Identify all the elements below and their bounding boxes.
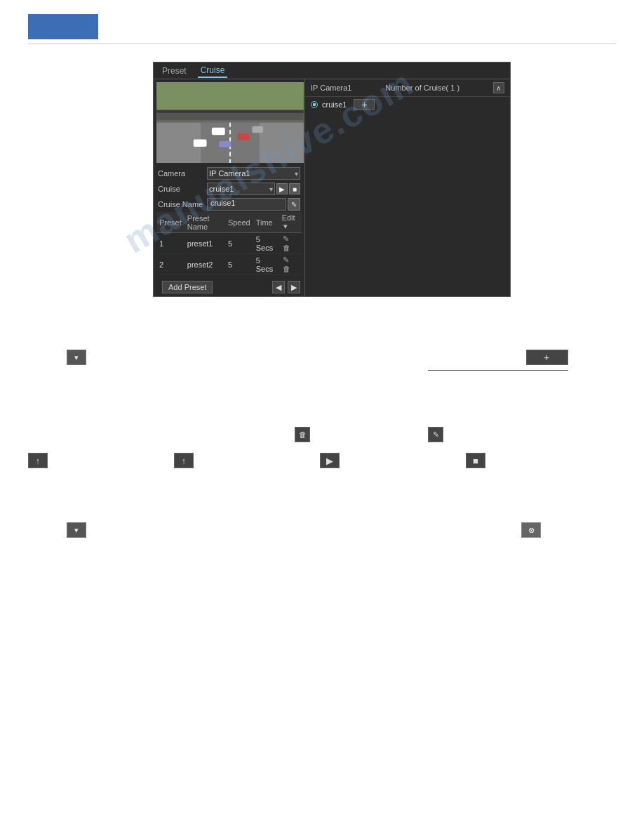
table-row: 2 preset2 5 5 Secs ✎ 🗑 — [156, 254, 302, 275]
tab-cruise[interactable]: Cruise — [198, 64, 228, 78]
svg-rect-8 — [252, 126, 263, 133]
camera-row: Camera IP Camera1 ▾ — [154, 166, 304, 181]
camera-dropdown-icon: ▾ — [295, 170, 298, 178]
upload-icon-1: ↑ — [36, 456, 41, 466]
edit-icon-symbol: ✎ — [433, 430, 439, 439]
upload-button-2[interactable]: ↑ — [174, 453, 194, 468]
row1-name: preset1 — [185, 233, 225, 254]
cruise-controls: ▶ ■ — [276, 183, 300, 194]
row2-delete-button[interactable]: 🗑 — [282, 265, 291, 273]
preset-nav-controls: ◀ ▶ — [272, 281, 300, 293]
edit-icon: ✎ — [291, 201, 297, 208]
dropdown-chevron-button[interactable]: ▾ — [67, 350, 86, 365]
cruise-name-row: Cruise Name cruise1 ✎ — [154, 197, 304, 212]
stop-icon: ■ — [473, 456, 478, 466]
next-icon: ▶ — [291, 283, 297, 292]
cruise-list-empty-space — [305, 112, 510, 239]
camera-select-value: IP Camera1 — [209, 169, 250, 178]
edit-col-icon: ▾ — [283, 222, 288, 230]
row1-delete-button[interactable]: 🗑 — [282, 244, 291, 252]
preset-table: Preset Preset Name Speed Time Edit ▾ — [156, 212, 302, 275]
camera-preview — [156, 82, 304, 163]
cruise-list-header: IP Camera1 Number of Cruise( 1 ) ∧ — [305, 79, 510, 97]
cruise-stop-button[interactable]: ■ — [289, 183, 300, 194]
camera-label: Camera — [158, 169, 207, 178]
plus-icon: + — [544, 352, 549, 363]
upload-button-1[interactable]: ↑ — [28, 453, 48, 468]
cruise-select-value: cruise1 — [209, 185, 234, 193]
col-edit: Edit ▾ — [279, 212, 302, 233]
add-cruise-right-button[interactable]: + — [526, 350, 568, 365]
right-panel: IP Camera1 Number of Cruise( 1 ) ∧ cruis… — [304, 79, 510, 296]
main-panel: Preset Cruise — [153, 62, 511, 297]
right-panel-underline — [428, 370, 568, 371]
svg-rect-9 — [219, 141, 231, 147]
bottom-controls-row: ▾ ⊗ — [67, 522, 541, 538]
play-button[interactable]: ▶ — [320, 453, 340, 468]
close-icon: ⊗ — [528, 526, 535, 535]
preset-next-button[interactable]: ▶ — [288, 281, 300, 293]
cruise-item-name: cruise1 — [322, 100, 347, 109]
edit-icon-button[interactable]: ✎ — [428, 427, 443, 442]
add-preset-row: Add Preset ◀ ▶ — [154, 275, 304, 299]
col-speed: Speed — [225, 212, 253, 233]
bottom-chevron-button[interactable]: ▾ — [67, 522, 86, 538]
play-icon: ▶ — [326, 456, 333, 466]
preset-prev-button[interactable]: ◀ — [272, 281, 285, 293]
table-header-row: Preset Preset Name Speed Time Edit ▾ — [156, 212, 302, 233]
cruise-camera-label: IP Camera1 — [311, 84, 352, 92]
prev-icon: ◀ — [276, 283, 281, 292]
header-divider — [28, 44, 616, 44]
cruise-name-input[interactable]: cruise1 — [207, 198, 286, 211]
row2-speed: 5 — [225, 254, 253, 275]
cruise-row: Cruise cruise1 ▾ ▶ ■ — [154, 181, 304, 197]
bottom-chevron-icon: ▾ — [74, 526, 79, 535]
cruise-dropdown-icon: ▾ — [269, 185, 273, 193]
highway-svg — [156, 82, 304, 163]
preset-table-body: 1 preset1 5 5 Secs ✎ 🗑 2 preset2 — [156, 233, 302, 275]
cruise-play-button[interactable]: ▶ — [276, 183, 288, 194]
table-row: 1 preset1 5 5 Secs ✎ 🗑 — [156, 233, 302, 254]
media-controls-row: ↑ ↑ ▶ ■ — [28, 453, 485, 468]
chevron-down-icon: ▾ — [74, 353, 79, 362]
cruise-name-edit-button[interactable]: ✎ — [288, 198, 300, 211]
svg-rect-11 — [156, 110, 303, 113]
trash-icon-button[interactable]: 🗑 — [295, 427, 310, 442]
row1-actions: ✎ 🗑 — [279, 233, 302, 254]
row2-actions: ✎ 🗑 — [279, 254, 302, 275]
row1-time: 5 Secs — [253, 233, 279, 254]
cruise-radio-button[interactable] — [311, 101, 318, 108]
left-panel: Camera IP Camera1 ▾ Cruise cruise1 ▾ ▶ ■ — [154, 79, 304, 296]
upload-icon-2: ↑ — [182, 456, 187, 466]
preset-table-container: Preset Preset Name Speed Time Edit ▾ — [154, 212, 304, 275]
col-preset: Preset — [156, 212, 185, 233]
svg-rect-6 — [237, 133, 249, 140]
cruise-list-item: cruise1 + — [305, 97, 510, 112]
col-time: Time — [253, 212, 279, 233]
collapse-button[interactable]: ∧ — [493, 82, 504, 93]
add-preset-button[interactable]: Add Preset — [162, 281, 213, 293]
row2-edit-button[interactable]: ✎ — [282, 256, 290, 265]
cruise-label: Cruise — [158, 185, 207, 193]
svg-rect-5 — [212, 128, 225, 135]
svg-rect-7 — [194, 140, 207, 147]
row1-edit-button[interactable]: ✎ — [282, 234, 290, 244]
row1-preset: 1 — [156, 233, 185, 254]
camera-image — [156, 82, 304, 163]
camera-select[interactable]: IP Camera1 ▾ — [207, 167, 300, 180]
trash-icon-symbol: 🗑 — [299, 430, 307, 439]
cruise-select[interactable]: cruise1 ▾ — [207, 183, 275, 195]
row2-time: 5 Secs — [253, 254, 279, 275]
row1-speed: 5 — [225, 233, 253, 254]
cruise-name-label: Cruise Name — [158, 200, 207, 208]
tab-preset[interactable]: Preset — [159, 65, 189, 77]
stop-button[interactable]: ■ — [466, 453, 485, 468]
panel-content: Camera IP Camera1 ▾ Cruise cruise1 ▾ ▶ ■ — [154, 79, 510, 296]
col-preset-name: Preset Name — [185, 212, 225, 233]
row2-name: preset2 — [185, 254, 225, 275]
collapse-icon: ∧ — [496, 84, 501, 92]
close-button[interactable]: ⊗ — [521, 522, 541, 538]
header-bar — [28, 14, 98, 39]
add-cruise-button[interactable]: + — [354, 99, 375, 110]
cruise-count-label: Number of Cruise( 1 ) — [385, 84, 459, 92]
